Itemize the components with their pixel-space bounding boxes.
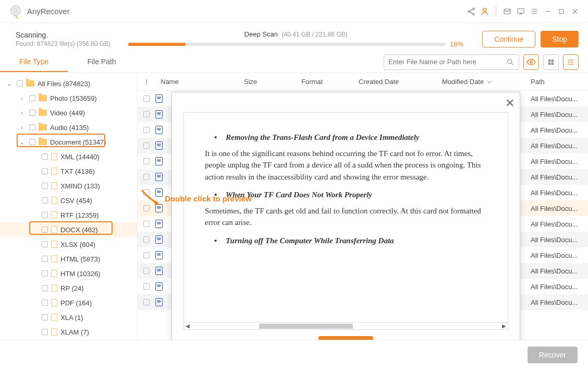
expand-icon[interactable]: ⌄ — [6, 80, 13, 87]
tree-checkbox[interactable] — [42, 183, 48, 189]
col-size[interactable]: Size — [239, 78, 296, 86]
tree-checkbox[interactable] — [42, 241, 48, 247]
expand-icon[interactable] — [31, 227, 38, 233]
tree-checkbox[interactable] — [42, 168, 48, 174]
col-path[interactable]: Path — [525, 78, 588, 86]
tree-item[interactable]: XLAM (7) — [0, 325, 137, 339]
tree-item[interactable]: PDF (164) — [0, 295, 137, 310]
tree-checkbox[interactable] — [42, 314, 48, 320]
tree-item[interactable]: ›Video (449) — [0, 105, 137, 120]
tree-item[interactable]: CSV (454) — [0, 193, 137, 208]
tree-item[interactable]: XLSX (604) — [0, 237, 137, 252]
tree-item[interactable]: DOCX (462) — [0, 222, 137, 237]
tree-item[interactable]: RTF (12359) — [0, 208, 137, 222]
header-checkbox[interactable] — [146, 79, 147, 85]
view-grid-button[interactable] — [543, 54, 559, 70]
share-icon[interactable] — [467, 7, 476, 16]
tree-checkbox[interactable] — [29, 95, 35, 101]
search-box[interactable] — [384, 54, 519, 70]
expand-icon[interactable] — [31, 241, 38, 247]
close-button[interactable] — [570, 7, 580, 16]
row-checkbox[interactable] — [143, 127, 150, 133]
tree-label: HTM (10326) — [60, 270, 101, 278]
tree-item[interactable]: RP (24) — [0, 281, 137, 295]
expand-icon[interactable] — [31, 300, 38, 306]
tree-item[interactable]: ›Photo (153659) — [0, 91, 137, 105]
tree-item[interactable]: HTML (5873) — [0, 252, 137, 266]
user-icon[interactable] — [480, 7, 489, 16]
preview-scrollbar[interactable]: ◀ ▶ — [184, 322, 508, 329]
row-checkbox[interactable] — [143, 236, 150, 243]
tree-checkbox[interactable] — [42, 153, 48, 160]
tree-checkbox[interactable] — [29, 124, 35, 130]
row-checkbox[interactable] — [143, 111, 150, 117]
expand-icon[interactable] — [31, 314, 38, 320]
row-checkbox[interactable] — [143, 158, 150, 164]
tree-checkbox[interactable] — [42, 227, 48, 233]
expand-icon[interactable] — [31, 153, 38, 160]
expand-icon[interactable] — [31, 168, 38, 174]
tree-checkbox[interactable] — [29, 110, 35, 116]
tab-filepath[interactable]: File Path — [68, 52, 136, 72]
row-checkbox[interactable] — [143, 174, 150, 180]
expand-icon[interactable] — [31, 183, 38, 189]
stop-button[interactable]: Stop — [541, 31, 579, 47]
row-checkbox[interactable] — [143, 189, 150, 196]
scan-status: Scanning. — [16, 31, 120, 39]
tree-item[interactable]: ⌄All Files (874823) — [0, 76, 137, 91]
expand-icon[interactable]: ⌄ — [19, 139, 25, 145]
tree-item[interactable]: XLA (1) — [0, 310, 137, 325]
expand-icon[interactable]: › — [19, 95, 25, 101]
col-created[interactable]: Created Date — [353, 78, 437, 86]
search-input[interactable] — [388, 58, 506, 66]
menu-icon[interactable] — [530, 7, 539, 16]
tree-item[interactable]: XML (14440) — [0, 149, 137, 164]
minimize-button[interactable] — [543, 7, 553, 16]
maximize-button[interactable] — [557, 7, 566, 16]
expand-icon[interactable] — [31, 197, 38, 204]
tree-checkbox[interactable] — [42, 329, 48, 335]
row-checkbox[interactable] — [143, 268, 150, 274]
tree-checkbox[interactable] — [42, 300, 48, 306]
row-checkbox[interactable] — [143, 221, 150, 227]
row-checkbox[interactable] — [143, 205, 150, 211]
feedback-icon[interactable] — [516, 7, 525, 16]
mail-icon[interactable] — [503, 7, 512, 16]
row-checkbox[interactable] — [143, 142, 150, 149]
tab-filetype[interactable]: File Type — [0, 52, 68, 72]
col-format[interactable]: Format — [296, 78, 353, 86]
continue-button[interactable]: Continue — [482, 31, 535, 47]
tree-checkbox[interactable] — [42, 212, 48, 218]
tree-checkbox[interactable] — [42, 197, 48, 204]
search-icon[interactable] — [506, 58, 514, 66]
preview-close-button[interactable]: ✕ — [505, 97, 514, 110]
col-modified[interactable]: Modified Date — [437, 78, 525, 86]
expand-icon[interactable]: › — [19, 110, 25, 116]
preview-document: Removing the Trans-Flash Card from a Dev… — [183, 112, 508, 330]
row-checkbox[interactable] — [143, 96, 150, 102]
col-name[interactable]: Name — [155, 78, 239, 86]
expand-icon[interactable] — [31, 329, 38, 335]
tree-checkbox[interactable] — [17, 80, 23, 87]
tree-item[interactable]: TXT (4136) — [0, 164, 137, 178]
expand-icon[interactable]: › — [19, 124, 25, 130]
tree-checkbox[interactable] — [42, 270, 48, 277]
footer-recover-button[interactable]: Recover — [528, 347, 578, 363]
row-checkbox[interactable] — [143, 252, 150, 258]
tree-checkbox[interactable] — [42, 256, 48, 262]
tree-item[interactable]: HTM (10326) — [0, 266, 137, 281]
expand-icon[interactable] — [31, 212, 38, 218]
expand-icon[interactable] — [31, 270, 38, 277]
tree-item[interactable]: XMIND (133) — [0, 178, 137, 193]
tree-checkbox[interactable] — [29, 139, 35, 145]
tree-item[interactable]: ⌄Document (51347) — [0, 135, 137, 149]
tree-checkbox[interactable] — [42, 285, 48, 291]
view-list-button[interactable] — [563, 54, 579, 70]
expand-icon[interactable] — [31, 256, 38, 262]
expand-icon[interactable] — [31, 285, 38, 291]
view-preview-button[interactable] — [523, 54, 539, 70]
row-checkbox[interactable] — [143, 283, 150, 290]
tree-item[interactable]: ›Audio (4135) — [0, 120, 137, 135]
row-checkbox[interactable] — [143, 299, 150, 305]
sidebar-tree[interactable]: ⌄All Files (874823)›Photo (153659)›Video… — [0, 73, 138, 340]
